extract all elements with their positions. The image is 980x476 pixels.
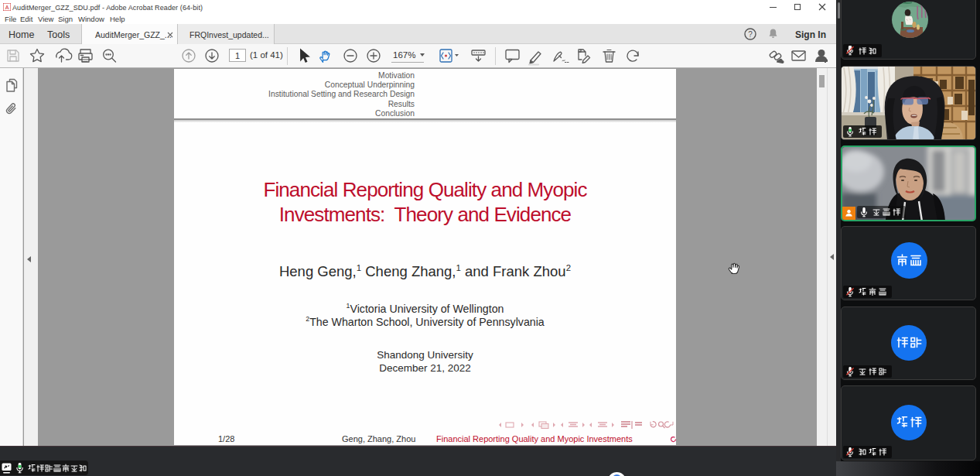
svg-text:A: A — [5, 5, 9, 10]
svg-text:?: ? — [748, 30, 753, 39]
